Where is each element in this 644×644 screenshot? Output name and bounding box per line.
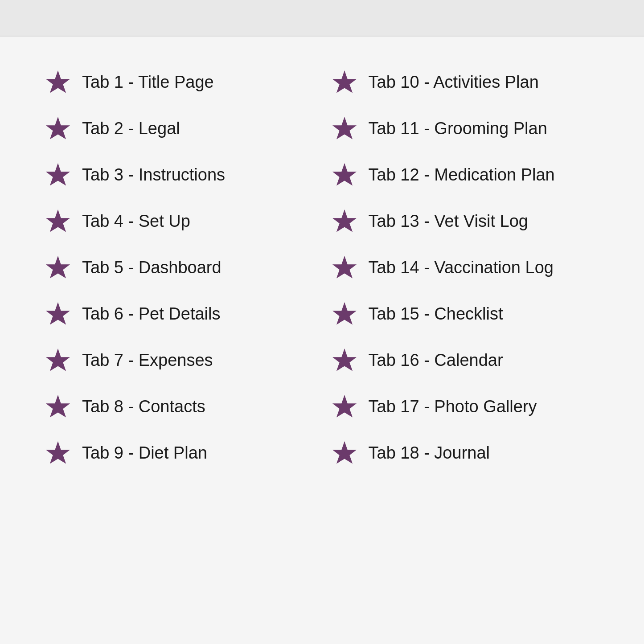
list-item: Tab 6 - Pet Details xyxy=(36,291,322,337)
tab-label: Tab 6 - Pet Details xyxy=(82,304,220,324)
star-icon xyxy=(45,115,71,142)
tab-label: Tab 3 - Instructions xyxy=(82,165,225,185)
list-item: Tab 16 - Calendar xyxy=(322,337,609,383)
list-item: Tab 13 - Vet Visit Log xyxy=(322,198,609,244)
tab-label: Tab 16 - Calendar xyxy=(369,351,503,370)
list-item: Tab 5 - Dashboard xyxy=(36,244,322,291)
tabs-right-column: Tab 10 - Activities Plan Tab 11 - Groomi… xyxy=(322,59,609,476)
tab-label: Tab 18 - Journal xyxy=(369,443,490,463)
star-icon xyxy=(45,439,71,466)
list-item: Tab 14 - Vaccination Log xyxy=(322,244,609,291)
star-icon xyxy=(331,69,358,95)
star-icon xyxy=(331,115,358,142)
star-icon xyxy=(331,300,358,327)
star-icon xyxy=(45,208,71,234)
list-item: Tab 15 - Checklist xyxy=(322,291,609,337)
star-icon xyxy=(45,347,71,373)
list-item: Tab 17 - Photo Gallery xyxy=(322,383,609,430)
list-item: Tab 7 - Expenses xyxy=(36,337,322,383)
tab-label: Tab 5 - Dashboard xyxy=(82,258,222,277)
star-icon xyxy=(331,347,358,373)
star-icon xyxy=(45,300,71,327)
star-icon xyxy=(45,69,71,95)
tab-label: Tab 15 - Checklist xyxy=(369,304,503,324)
tab-label: Tab 7 - Expenses xyxy=(82,351,213,370)
star-icon xyxy=(331,161,358,188)
star-icon xyxy=(45,161,71,188)
star-icon xyxy=(331,254,358,281)
tab-label: Tab 8 - Contacts xyxy=(82,397,205,416)
list-item: Tab 1 - Title Page xyxy=(36,59,322,105)
star-icon xyxy=(45,393,71,420)
list-item: Tab 12 - Medication Plan xyxy=(322,152,609,198)
tab-label: Tab 9 - Diet Plan xyxy=(82,443,207,463)
star-icon xyxy=(331,439,358,466)
list-item: Tab 2 - Legal xyxy=(36,105,322,152)
header xyxy=(0,0,644,37)
tab-label: Tab 12 - Medication Plan xyxy=(369,165,555,185)
list-item: Tab 8 - Contacts xyxy=(36,383,322,430)
list-item: Tab 4 - Set Up xyxy=(36,198,322,244)
list-item: Tab 11 - Grooming Plan xyxy=(322,105,609,152)
star-icon xyxy=(331,393,358,420)
list-item: Tab 3 - Instructions xyxy=(36,152,322,198)
tab-label: Tab 4 - Set Up xyxy=(82,212,190,231)
tab-label: Tab 11 - Grooming Plan xyxy=(369,119,547,138)
tab-label: Tab 17 - Photo Gallery xyxy=(369,397,537,416)
tab-label: Tab 1 - Title Page xyxy=(82,73,214,92)
tab-label: Tab 2 - Legal xyxy=(82,119,180,138)
tab-label: Tab 13 - Vet Visit Log xyxy=(369,212,528,231)
page: Tab 1 - Title Page Tab 2 - Legal Tab 3 -… xyxy=(0,0,644,644)
tab-label: Tab 10 - Activities Plan xyxy=(369,73,539,92)
star-icon xyxy=(45,254,71,281)
star-icon xyxy=(331,208,358,234)
tab-label: Tab 14 - Vaccination Log xyxy=(369,258,554,277)
tabs-left-column: Tab 1 - Title Page Tab 2 - Legal Tab 3 -… xyxy=(36,59,322,476)
list-item: Tab 9 - Diet Plan xyxy=(36,430,322,476)
list-item: Tab 10 - Activities Plan xyxy=(322,59,609,105)
content-grid: Tab 1 - Title Page Tab 2 - Legal Tab 3 -… xyxy=(0,37,644,644)
list-item: Tab 18 - Journal xyxy=(322,430,609,476)
